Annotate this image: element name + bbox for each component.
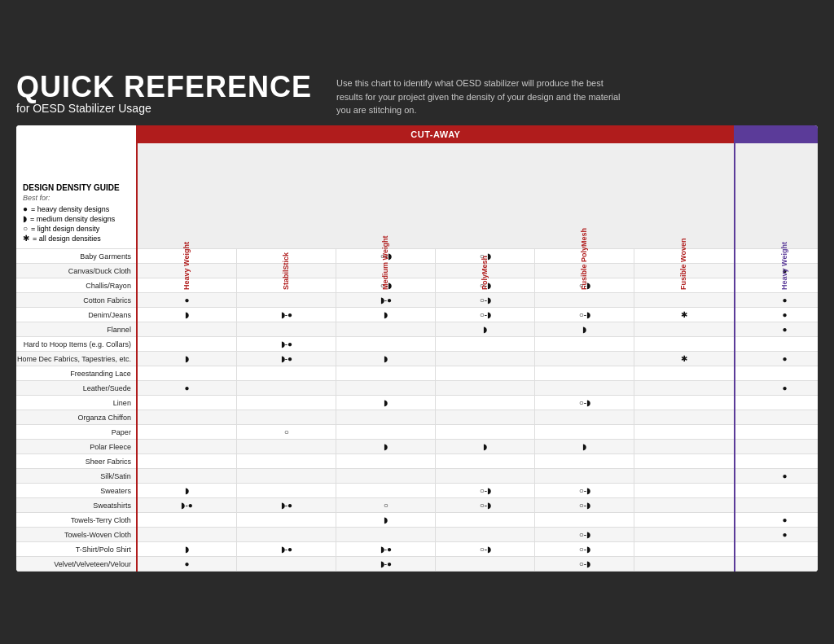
cell-symbol: ◗-● [380, 296, 392, 304]
row-label: Cotton Fabrics [16, 293, 137, 308]
cell-symbol: ○ [284, 427, 289, 436]
tearaway-group-header: TEAR-AWAY [735, 125, 818, 143]
table-cell [137, 322, 237, 337]
col-stabilstick-cut: StabilStick [237, 143, 336, 249]
cell-symbol: ○-◗ [480, 296, 491, 304]
table-cell: ○-◗ [535, 308, 634, 322]
row-label: Challis/Rayon [16, 278, 137, 293]
table-cell: ◗-● [237, 352, 336, 366]
table-cell [535, 425, 634, 440]
table-cell [634, 498, 735, 513]
table-cell [735, 337, 818, 352]
table-cell: ○ [336, 498, 436, 513]
cell-symbol: ◗ [582, 442, 586, 451]
row-label: T-Shirt/Polo Shirt [16, 542, 137, 557]
table-cell [237, 528, 336, 542]
table-cell [735, 454, 818, 469]
table-cell: ● [735, 528, 818, 542]
table-cell: ○ [237, 425, 336, 440]
table-cell [336, 454, 436, 469]
table-cell: ◗-● [237, 337, 336, 352]
table-cell [336, 410, 436, 425]
all-label: = all design densities [33, 234, 101, 243]
table-cell [735, 484, 818, 498]
cell-symbol: ● [185, 383, 190, 392]
row-label: Sweaters [16, 484, 137, 498]
row-label: Flannel [16, 322, 137, 337]
table-cell [535, 293, 634, 308]
medium-symbol: ◗ [23, 214, 27, 223]
table-cell [634, 381, 735, 396]
table-cell: ● [735, 293, 818, 308]
table-row: Sweatshirts◗-●◗-●○○-◗○-◗◗-●✱ [16, 498, 818, 513]
table-cell: ◗-● [237, 308, 336, 322]
table-cell: ◗ [336, 308, 436, 322]
table-row: Sweaters◗○-◗○-◗◗-●✱ [16, 484, 818, 498]
cell-symbol: ○-◗ [579, 501, 590, 510]
col-medium-weight-cut: Medium Weight [336, 143, 436, 249]
table-cell: ◗-● [336, 557, 436, 572]
title-block: QUICK REFERENCE for OESD Stabilizer Usag… [16, 72, 312, 115]
density-guide-cell: DESIGN DENSITY GUIDE Best for: ● = heavy… [16, 143, 137, 249]
cell-symbol: ○-◗ [480, 545, 491, 554]
cell-symbol: ◗ [384, 442, 388, 451]
cell-symbol: ○ [384, 501, 388, 510]
table-cell [237, 469, 336, 484]
table-cell: ○-◗ [535, 484, 634, 498]
table-cell: ◗-● [336, 542, 436, 557]
main-title: QUICK REFERENCE [16, 72, 312, 102]
table-row: Canvas/Duck Cloth●◗✱◗◗○✱✱ [16, 264, 818, 278]
table-cell [336, 381, 436, 396]
row-label: Denim/Jeans [16, 308, 137, 322]
table-cell [535, 337, 634, 352]
density-guide-title: DESIGN DENSITY GUIDE [23, 183, 129, 192]
table-cell: ○-◗ [436, 542, 535, 557]
table-cell [436, 513, 535, 528]
cell-symbol: ◗ [384, 515, 388, 524]
table-cell: ◗ [137, 542, 237, 557]
row-label: Towels-Terry Cloth [16, 513, 137, 528]
table-cell [137, 425, 237, 440]
table-cell [735, 425, 818, 440]
table-cell: ● [735, 381, 818, 396]
table-cell: ◗ [535, 440, 634, 454]
table-row: Sheer Fabrics○○ [16, 454, 818, 469]
cell-symbol: ◗ [384, 398, 388, 407]
cell-symbol: ◗-● [281, 545, 292, 554]
cell-symbol: ◗ [483, 325, 487, 334]
col-heavy-weight-cut: Heavy Weight [137, 143, 237, 249]
table-cell: ● [735, 352, 818, 366]
table-cell: ◗-● [237, 498, 336, 513]
all-symbol: ✱ [23, 234, 29, 243]
table-row: Freestanding Lace✱✱ [16, 366, 818, 381]
table-cell: ● [137, 557, 237, 572]
table-row: Organza Chiffon◗○-◗○-◗ [16, 410, 818, 425]
table-cell: ◗-● [336, 293, 436, 308]
table-cell [336, 469, 436, 484]
header-description: Use this chart to identify what OESD sta… [336, 72, 621, 117]
table-cell: ○-◗ [535, 542, 634, 557]
table-row: Cotton Fabrics●◗-●○-◗●◗✱◗○✱✱✱○-◗ [16, 293, 818, 308]
table-cell [634, 293, 735, 308]
cell-symbol: ◗ [582, 325, 586, 334]
table-cell [237, 557, 336, 572]
table-cell [336, 528, 436, 542]
cell-symbol: ○-◗ [579, 398, 590, 407]
table-cell: ◗ [336, 440, 436, 454]
density-guide-subtitle: Best for: [23, 194, 129, 202]
table-body: Baby Garments○-◗○-◗✱✱✱○-◗Canvas/Duck Clo… [16, 249, 818, 572]
table-cell [436, 557, 535, 572]
table-cell [137, 366, 237, 381]
cell-symbol: ● [783, 296, 788, 304]
table-cell: ● [735, 469, 818, 484]
row-label: Paper [16, 425, 137, 440]
cell-symbol: ◗ [384, 310, 388, 319]
table-cell [237, 410, 336, 425]
table-cell [436, 410, 535, 425]
table-cell [735, 278, 818, 293]
table-cell [137, 440, 237, 454]
table-cell [436, 381, 535, 396]
table-cell [336, 337, 436, 352]
table-cell [535, 454, 634, 469]
table-cell [237, 454, 336, 469]
